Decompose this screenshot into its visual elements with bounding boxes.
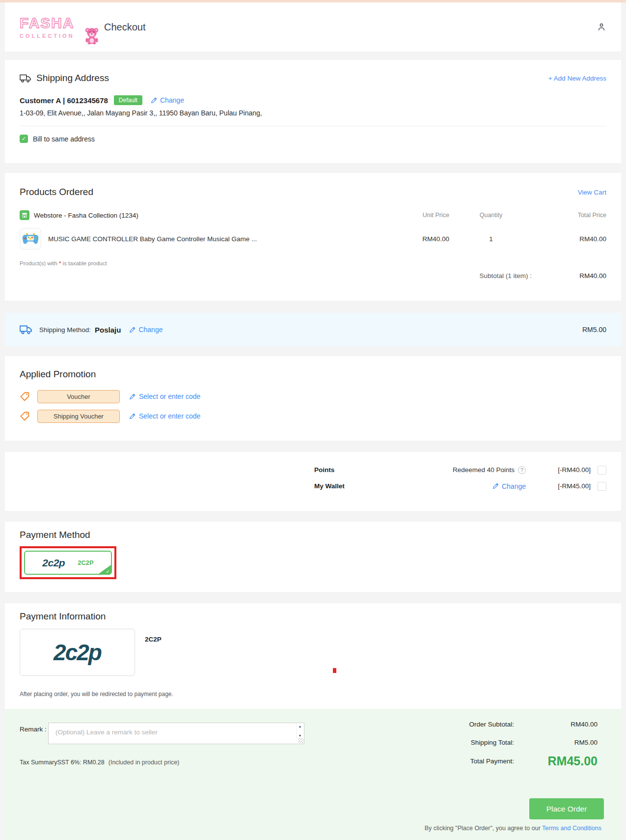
products-ordered-section: Products Ordered View Cart Webstore - Fa… (5, 173, 621, 301)
product-unit-price: RM40.00 (373, 235, 449, 243)
points-label: Points (314, 466, 388, 474)
product-total-price: RM40.00 (533, 235, 606, 243)
shipping-address-section: Shipping Address + Add New Address Custo… (5, 60, 621, 163)
payment-information-title: Payment Information (20, 611, 106, 622)
voucher-select-link[interactable]: Select or enter code (129, 392, 200, 400)
account-button[interactable] (597, 22, 606, 32)
product-thumbnail (20, 228, 41, 250)
subtotal-row: Subtotal (1 item) : RM40.00 (20, 272, 606, 280)
truck-icon (20, 74, 31, 83)
shipping-voucher-button[interactable]: Shipping Voucher (37, 410, 120, 423)
voucher-select-label: Select or enter code (139, 392, 200, 400)
wallet-amount: [-RM45.00] (526, 482, 591, 490)
shipping-price: RM5.00 (582, 326, 606, 334)
add-new-address-link[interactable]: + Add New Address (548, 75, 606, 82)
payment-method-section: Payment Method 2c2p 2C2P ✓ (5, 522, 621, 592)
total-payment-row: Total Payment: RM45.00 (416, 754, 598, 768)
header: FASHA COLLECTION Checkout (5, 2, 621, 52)
table-header-row: Webstore - Fasha Collection (1234) Unit … (20, 210, 606, 220)
resize-grip[interactable] (298, 738, 303, 743)
tax-summary: Tax SummarySST 6%: RM0.28(Included in pr… (20, 759, 179, 766)
selection-highlight-box: 2c2p 2C2P ✓ (20, 546, 116, 579)
order-summary-footer: Remark : ▲▼ Tax SummarySST 6%: RM0.28(In… (5, 709, 621, 840)
points-amount: [-RM40.00] (526, 466, 591, 474)
voucher-row: Voucher Select or enter code (20, 390, 606, 403)
remark-field-wrap: ▲▼ (48, 723, 304, 744)
payment-name: 2C2P (145, 636, 162, 643)
shipping-voucher-select-link[interactable]: Select or enter code (129, 412, 200, 420)
payment-logo-box: 2c2p (20, 629, 135, 676)
voucher-button[interactable]: Voucher (37, 390, 120, 403)
customer-name: Customer A | 6012345678 (20, 96, 108, 105)
product-quantity: 1 (449, 235, 533, 243)
teddy-bear-icon (84, 27, 99, 45)
payment-method-title: Payment Method (20, 530, 606, 540)
points-checkbox[interactable] (598, 466, 606, 475)
total-payment-value: RM45.00 (514, 754, 598, 768)
shipping-method-section: Shipping Method: Poslaju Change RM5.00 (5, 313, 621, 346)
pencil-icon (492, 482, 499, 490)
shipping-method-label: Shipping Method: (39, 326, 91, 334)
total-payment-label: Total Payment: (416, 757, 514, 765)
payment-option-2c2p[interactable]: 2c2p 2C2P ✓ (24, 551, 112, 575)
payment-option-label: 2C2P (78, 559, 94, 566)
place-order-button[interactable]: Place Order (529, 798, 604, 819)
pencil-icon (129, 326, 136, 334)
rewards-section: Points Redeemed 40 Points ? [-RM40.00] M… (5, 452, 621, 511)
remark-input[interactable] (49, 723, 304, 744)
shipping-method-value: Poslaju (95, 326, 121, 334)
brand-logo-subtext: COLLECTION (20, 33, 94, 39)
pencil-icon (150, 97, 158, 104)
payment-information-section: Payment Information 2c2p 2C2P After plac… (5, 603, 621, 709)
store-icon (20, 210, 29, 220)
default-badge: Default (114, 95, 142, 105)
address-line: 1-03-09, Elit Avenue,, Jalan Mayang Pasi… (20, 109, 606, 117)
change-address-label: Change (160, 96, 184, 104)
pencil-icon (129, 413, 136, 420)
taxable-note: Product(s) with * is taxable product (20, 260, 606, 266)
bill-same-address-checkbox[interactable]: ✓ (20, 135, 28, 143)
shipping-voucher-select-label: Select or enter code (139, 412, 200, 420)
terms-line: By clicking "Place Order", you agree to … (425, 825, 601, 832)
truck-icon-blue (20, 325, 32, 335)
col-quantity: Quantity (449, 212, 533, 219)
change-shipping-label: Change (138, 326, 163, 334)
user-icon (597, 22, 606, 32)
view-cart-link[interactable]: View Cart (578, 189, 606, 196)
tag-icon (20, 411, 30, 421)
shipping-voucher-row: Shipping Voucher Select or enter code (20, 409, 606, 423)
table-row: MUSIC GAME CONTROLLER Baby Game Controll… (20, 228, 606, 250)
cursor-marker (333, 668, 336, 673)
wallet-change-label: Change (502, 482, 526, 490)
tag-icon (20, 391, 30, 402)
question-icon[interactable]: ? (518, 466, 526, 474)
shipping-total-label: Shipping Total: (416, 739, 514, 746)
change-address-link[interactable]: Change (150, 96, 184, 104)
product-name: MUSIC GAME CONTROLLER Baby Game Controll… (48, 235, 257, 243)
col-total-price: Total Price (533, 212, 606, 219)
pencil-icon (129, 393, 136, 400)
order-subtotal-value: RM40.00 (514, 721, 598, 728)
game-controller-icon (22, 232, 39, 246)
2c2p-logo: 2c2p (42, 557, 65, 569)
subtotal-value: RM40.00 (532, 272, 606, 280)
shipping-total-row: Shipping Total: RM5.00 (416, 739, 598, 746)
2c2p-logo-large: 2c2p (54, 639, 101, 666)
wallet-change-link[interactable]: Change (492, 482, 526, 490)
check-icon: ✓ (106, 569, 110, 574)
order-subtotal-row: Order Subtotal: RM40.00 (416, 721, 598, 728)
change-shipping-link[interactable]: Change (129, 326, 163, 334)
wallet-checkbox[interactable] (598, 482, 606, 491)
shipping-total-value: RM5.00 (514, 739, 598, 746)
subtotal-label: Subtotal (1 item) : (479, 272, 532, 280)
products-ordered-title: Products Ordered (20, 187, 93, 197)
scrollbar-arrows[interactable]: ▲▼ (296, 724, 303, 738)
brand-logo[interactable]: FASHA COLLECTION (20, 16, 94, 39)
shipping-address-title: Shipping Address (36, 73, 109, 84)
remark-label: Remark : (20, 726, 47, 733)
store-name: Webstore - Fasha Collection (1234) (34, 212, 138, 219)
payment-redirect-note: After placing order, you will be redirec… (20, 691, 173, 698)
terms-link[interactable]: Terms and Conditions (542, 825, 601, 832)
brand-logo-text: FASHA (20, 16, 94, 30)
wallet-label: My Wallet (314, 482, 388, 490)
